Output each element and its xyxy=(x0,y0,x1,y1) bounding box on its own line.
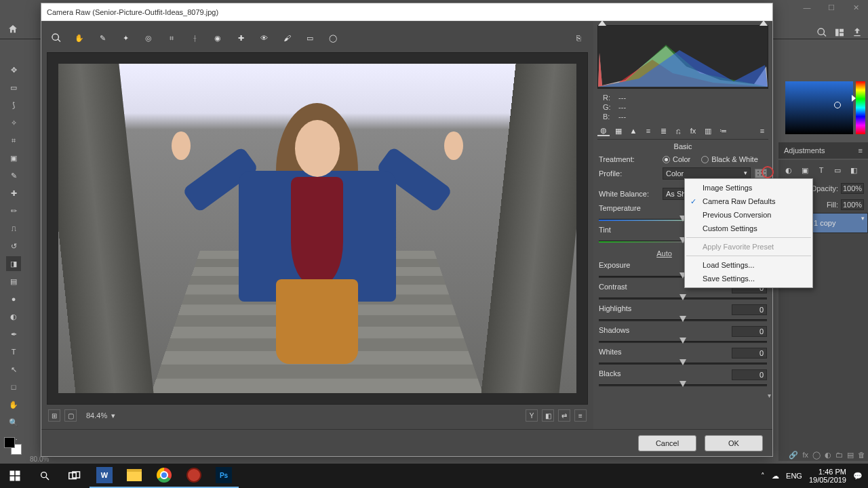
scroll-down-icon[interactable]: ▾ xyxy=(768,392,771,399)
lang-indicator[interactable]: ENG xyxy=(786,472,802,480)
zoom-tool-icon[interactable]: 🔍 xyxy=(6,415,21,430)
tab-detail-icon[interactable]: ▲ xyxy=(627,125,639,136)
filmstrip-icon[interactable]: ⊞ xyxy=(48,409,60,422)
tab-hsl-icon[interactable]: ≡ xyxy=(642,125,654,136)
whites-value[interactable]: 0 xyxy=(732,348,767,359)
tab-curve-icon[interactable]: ▦ xyxy=(612,125,625,136)
target-adjust-icon[interactable]: ◎ xyxy=(142,31,155,45)
crop-icon[interactable]: ⌗ xyxy=(165,31,178,45)
group-icon[interactable]: 🗀 xyxy=(835,451,843,460)
radial-filter-icon[interactable]: ◯ xyxy=(326,31,340,45)
word-taskbar-icon[interactable]: W xyxy=(90,464,119,488)
mask-icon[interactable]: ▣ xyxy=(799,164,811,176)
blur-tool-icon[interactable]: ● xyxy=(6,291,21,306)
preview-toggle[interactable]: Y xyxy=(526,409,538,422)
hand-icon[interactable]: ✋ xyxy=(73,31,86,45)
whites-slider[interactable] xyxy=(599,359,767,367)
opacity-input[interactable] xyxy=(841,183,864,194)
link-icon[interactable]: 🔗 xyxy=(789,451,798,460)
stamp-tool-icon[interactable]: ⎍ xyxy=(6,221,21,236)
panel-menu-icon[interactable]: ≡ xyxy=(859,146,863,155)
search-taskbar-icon[interactable] xyxy=(30,464,60,488)
contrast-slider[interactable] xyxy=(599,294,767,302)
share-icon[interactable] xyxy=(852,27,863,39)
before-after-icon[interactable]: ◧ xyxy=(542,409,554,422)
adjustment-brush-icon[interactable]: 🖌 xyxy=(280,31,294,45)
white-balance-icon[interactable]: ✎ xyxy=(96,31,109,45)
home-icon[interactable] xyxy=(0,19,26,39)
preview-area[interactable] xyxy=(47,52,588,405)
onedrive-icon[interactable]: ☁ xyxy=(772,472,779,481)
smart-icon[interactable]: ◧ xyxy=(848,164,860,176)
new-fill-icon[interactable]: ◐ xyxy=(825,451,831,460)
search-icon[interactable] xyxy=(816,27,827,39)
hue-slider[interactable] xyxy=(856,81,865,134)
notifications-icon[interactable]: 💬 xyxy=(853,472,863,481)
blacks-slider[interactable] xyxy=(599,381,767,389)
history-brush-icon[interactable]: ↺ xyxy=(6,239,21,253)
start-button[interactable] xyxy=(0,464,30,488)
maximize-button[interactable]: ☐ xyxy=(819,1,844,14)
gradient-tool-icon[interactable]: ▤ xyxy=(6,274,21,289)
profile-browser-icon[interactable] xyxy=(755,169,767,178)
frame-tool-icon[interactable]: ▣ xyxy=(6,150,21,165)
shadows-value[interactable]: 0 xyxy=(732,326,767,337)
hand-tool-icon[interactable]: ✋ xyxy=(6,397,21,412)
fill-input[interactable] xyxy=(841,199,864,210)
zoom-level[interactable]: 84.4% xyxy=(86,411,107,420)
move-tool-icon[interactable]: ✥ xyxy=(6,62,21,77)
foreground-color[interactable] xyxy=(4,437,15,448)
menu-image-settings[interactable]: Image Settings xyxy=(685,181,812,195)
spot-removal-icon[interactable]: ✚ xyxy=(234,31,248,45)
treatment-color-radio[interactable]: Color xyxy=(663,155,690,163)
graduated-filter-icon[interactable]: ▭ xyxy=(303,31,317,45)
preferences-icon[interactable]: ⎘ xyxy=(572,31,585,45)
marquee-tool-icon[interactable]: ▭ xyxy=(6,80,21,95)
lasso-tool-icon[interactable]: ⟆ xyxy=(6,98,21,113)
minimize-button[interactable]: — xyxy=(795,1,819,14)
mask-add-icon[interactable]: ◯ xyxy=(812,451,821,460)
zoom-dropdown-icon[interactable]: ▾ xyxy=(111,411,115,420)
explorer-taskbar-icon[interactable] xyxy=(119,464,149,488)
shadow-clip-icon[interactable] xyxy=(598,20,606,26)
close-button[interactable]: ✕ xyxy=(844,1,868,14)
record-taskbar-icon[interactable] xyxy=(179,464,209,488)
transform-icon[interactable]: ◉ xyxy=(211,31,224,45)
text-icon[interactable]: T xyxy=(815,164,827,176)
single-view-icon[interactable]: ▢ xyxy=(64,409,77,422)
tab-lens-icon[interactable]: ⎌ xyxy=(672,125,684,136)
crop-tool-icon[interactable]: ⌗ xyxy=(6,133,21,148)
menu-previous-conversion[interactable]: Previous Conversion xyxy=(685,208,812,222)
swap-icon[interactable]: ⇄ xyxy=(558,409,570,422)
treatment-bw-radio[interactable]: Black & White xyxy=(701,155,757,163)
settings-menu-icon[interactable]: ≡ xyxy=(756,125,768,136)
color-field[interactable] xyxy=(785,81,853,134)
cancel-button[interactable]: Cancel xyxy=(638,435,696,451)
tray-chevron-icon[interactable]: ˄ xyxy=(761,472,765,481)
highlights-slider[interactable] xyxy=(599,316,767,324)
shadows-slider[interactable] xyxy=(599,338,767,346)
task-view-icon[interactable] xyxy=(60,464,90,488)
shape-tool-icon[interactable]: □ xyxy=(6,380,21,394)
healing-tool-icon[interactable]: ✚ xyxy=(6,186,21,201)
adjustments-tab[interactable]: Adjustments xyxy=(784,146,825,155)
straighten-icon[interactable]: ⟊ xyxy=(188,31,201,45)
tab-basic-icon[interactable]: ◍ xyxy=(597,125,610,136)
taskbar-clock[interactable]: 1:46 PM19/05/2019 xyxy=(809,468,846,484)
workspace-icon[interactable] xyxy=(834,27,845,39)
type-tool-icon[interactable]: T xyxy=(6,344,21,359)
menu-custom-settings[interactable]: Custom Settings xyxy=(685,222,812,235)
pen-tool-icon[interactable]: ✒ xyxy=(6,327,21,342)
zoom-icon[interactable] xyxy=(50,31,63,45)
brush-tool-icon[interactable]: ✏ xyxy=(6,203,21,218)
fx-icon[interactable]: fx xyxy=(802,451,808,460)
menu-camera-raw-defaults[interactable]: Camera Raw Defaults xyxy=(685,195,812,208)
wand-tool-icon[interactable]: ✧ xyxy=(6,115,21,130)
highlight-clip-icon[interactable] xyxy=(760,20,768,26)
chrome-taskbar-icon[interactable] xyxy=(149,464,179,488)
eraser-tool-icon[interactable]: ◨ xyxy=(6,256,21,271)
redeye-icon[interactable]: 👁 xyxy=(257,31,271,45)
tab-split-icon[interactable]: ≣ xyxy=(657,125,669,136)
shape-icon[interactable]: ▭ xyxy=(831,164,844,176)
dodge-tool-icon[interactable]: ◐ xyxy=(6,309,21,324)
